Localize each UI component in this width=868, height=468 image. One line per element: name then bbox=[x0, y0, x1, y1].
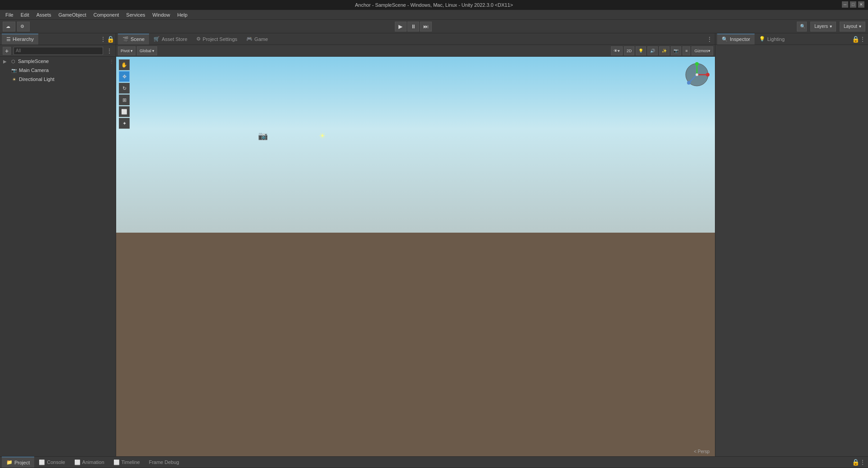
hierarchy-list: ▶ ⬡ SampleScene ⋮ 📷 Main Camera ☀ Direct… bbox=[0, 57, 116, 456]
scene-tools-sidebar: ✋ ✥ ↻ ⊞ ⬜ ✦ bbox=[119, 59, 130, 129]
play-controls: ▶ ⏸ ⏭ bbox=[395, 22, 432, 32]
audio-button[interactable]: 🔊 bbox=[647, 46, 658, 55]
hierarchy-toolbar: + ⋮ bbox=[0, 45, 116, 57]
hand-tool-button[interactable]: ✋ bbox=[119, 59, 130, 70]
tab-timeline[interactable]: ⬜ Timeline bbox=[109, 457, 145, 468]
svg-point-2 bbox=[706, 73, 710, 76]
hierarchy-options-button[interactable]: ⋮ bbox=[106, 47, 113, 54]
light-button[interactable]: 💡 bbox=[636, 46, 646, 55]
hierarchy-add-button[interactable]: + bbox=[3, 47, 11, 55]
scene-gizmo[interactable] bbox=[683, 61, 710, 88]
rect-tool-button[interactable]: ⬜ bbox=[119, 106, 130, 117]
scene-menu-button[interactable]: ⋮ bbox=[706, 36, 713, 43]
camera-icon: 📷 bbox=[11, 67, 17, 73]
tab-inspector[interactable]: 🔍 Inspector bbox=[717, 34, 755, 45]
menu-component[interactable]: Component bbox=[90, 11, 122, 18]
tab-game[interactable]: 🎮 Game bbox=[242, 34, 272, 45]
hierarchy-search-input[interactable] bbox=[14, 47, 103, 55]
bottom-lock-button[interactable]: 🔒 bbox=[852, 459, 859, 466]
menu-file[interactable]: File bbox=[2, 11, 17, 18]
camera-scene-button[interactable]: 📷 bbox=[671, 46, 681, 55]
tab-hierarchy[interactable]: ☰ Hierarchy bbox=[2, 34, 38, 45]
tab-assetstore[interactable]: 🛒 Asset Store bbox=[149, 34, 192, 45]
fx-button[interactable]: ✨ bbox=[659, 46, 669, 55]
scene-toolbar: Pivot▾ Global▾ 👁▾ 2D 💡 🔊 ✨ 📷 ≡ Gizmos▾ bbox=[116, 45, 715, 57]
pause-button[interactable]: ⏸ bbox=[407, 22, 419, 32]
scene-camera-object[interactable]: 📷 bbox=[258, 131, 268, 141]
hierarchy-options-icon: ⋮ bbox=[109, 59, 114, 64]
gizmos-button[interactable]: Gizmos▾ bbox=[692, 46, 713, 55]
right-panel: 🔍 Inspector 💡 Lighting 🔒 ⋮ bbox=[715, 33, 868, 456]
toolbar: ☁ ⚙ ▶ ⏸ ⏭ 🔍 Layers ▾ Layout ▾ bbox=[0, 20, 868, 33]
inspector-lock-button[interactable]: 🔒 bbox=[852, 36, 859, 43]
menu-window[interactable]: Window bbox=[149, 11, 174, 18]
hierarchy-item-samplescene[interactable]: ▶ ⬡ SampleScene ⋮ bbox=[0, 57, 116, 66]
scene-light-object[interactable]: ☀ bbox=[319, 131, 326, 141]
hierarchy-menu-button[interactable]: ⋮ bbox=[99, 36, 107, 43]
play-button[interactable]: ▶ bbox=[395, 22, 407, 32]
layers-layout: 🔍 Layers ▾ Layout ▾ bbox=[797, 22, 865, 32]
inspector-menu-button[interactable]: ⋮ bbox=[859, 36, 866, 43]
layout-dropdown[interactable]: Layout ▾ bbox=[840, 22, 865, 32]
inspector-tab-bar: 🔍 Inspector 💡 Lighting 🔒 ⋮ bbox=[715, 33, 868, 45]
rotate-tool-button[interactable]: ↻ bbox=[119, 83, 130, 94]
menu-services[interactable]: Services bbox=[122, 11, 149, 18]
hierarchy-tab-bar: ☰ Hierarchy ⋮ 🔒 bbox=[0, 33, 116, 45]
scene-tab-bar: 🎬 Scene 🛒 Asset Store ⚙ Project Settings… bbox=[116, 33, 715, 45]
inspector-content bbox=[715, 45, 868, 456]
pivot-button[interactable]: Pivot▾ bbox=[118, 46, 136, 55]
hierarchy-panel: ☰ Hierarchy ⋮ 🔒 + ⋮ ▶ ⬡ SampleScene ⋮ 📷 … bbox=[0, 33, 116, 456]
minimize-button[interactable]: ─ bbox=[842, 1, 848, 8]
scene-object-icon: ⬡ bbox=[10, 58, 16, 64]
bottom-panel: 📁 Project ⬜ Console ⬜ Animation ⬜ Timeli… bbox=[0, 456, 868, 468]
scene-viewport[interactable]: 📷 ☀ ✋ ✥ ↻ ⊞ ⬜ ✦ bbox=[116, 57, 715, 456]
hierarchy-lock-button[interactable]: 🔒 bbox=[107, 36, 114, 43]
hierarchy-item-directionallight[interactable]: ☀ Directional Light bbox=[0, 75, 116, 84]
tab-project[interactable]: 📁 Project bbox=[2, 457, 34, 468]
tab-animation[interactable]: ⬜ Animation bbox=[70, 457, 109, 468]
maximize-button[interactable]: □ bbox=[850, 1, 856, 8]
persp-label: < Persp bbox=[694, 449, 710, 454]
bottom-tab-bar: 📁 Project ⬜ Console ⬜ Animation ⬜ Timeli… bbox=[0, 457, 868, 468]
center-panel: 🎬 Scene 🛒 Asset Store ⚙ Project Settings… bbox=[116, 33, 715, 456]
svg-point-6 bbox=[687, 81, 691, 85]
tab-scene[interactable]: 🎬 Scene bbox=[118, 34, 149, 45]
settings-button[interactable]: ⚙ bbox=[17, 22, 30, 32]
layers-dropdown[interactable]: Layers ▾ bbox=[810, 22, 836, 32]
window-controls: ─ □ ✕ bbox=[842, 1, 864, 8]
tab-projectsettings[interactable]: ⚙ Project Settings bbox=[192, 34, 242, 45]
bottom-menu-button[interactable]: ⋮ bbox=[859, 459, 866, 466]
btn-2d[interactable]: 2D bbox=[624, 46, 635, 55]
close-button[interactable]: ✕ bbox=[858, 1, 864, 8]
hierarchy-item-maincamera[interactable]: 📷 Main Camera bbox=[0, 66, 116, 75]
search-toolbar-button[interactable]: 🔍 bbox=[797, 22, 807, 32]
tab-console[interactable]: ⬜ Console bbox=[34, 457, 69, 468]
scene-ground bbox=[116, 233, 715, 456]
svg-point-7 bbox=[696, 73, 698, 76]
menu-assets[interactable]: Assets bbox=[33, 11, 55, 18]
svg-point-4 bbox=[695, 62, 699, 66]
menu-gameobject[interactable]: GameObject bbox=[55, 11, 90, 18]
title-bar: Anchor - SampleScene - Windows, Mac, Lin… bbox=[0, 0, 868, 10]
transform-tool-button[interactable]: ✦ bbox=[119, 118, 130, 129]
account-button[interactable]: ☁ bbox=[3, 22, 15, 32]
tab-framedebug[interactable]: Frame Debug bbox=[145, 457, 184, 468]
scene-sky bbox=[116, 57, 715, 237]
global-button[interactable]: Global▾ bbox=[137, 46, 157, 55]
step-button[interactable]: ⏭ bbox=[420, 22, 432, 32]
scene-vis-button[interactable]: 👁▾ bbox=[611, 46, 623, 55]
main-layout: ☰ Hierarchy ⋮ 🔒 + ⋮ ▶ ⬡ SampleScene ⋮ 📷 … bbox=[0, 33, 868, 456]
scene-icon: ▶ bbox=[2, 58, 8, 64]
title-text: Anchor - SampleScene - Windows, Mac, Lin… bbox=[4, 2, 864, 8]
menu-edit[interactable]: Edit bbox=[17, 11, 33, 18]
menu-help[interactable]: Help bbox=[174, 11, 191, 18]
scale-tool-button[interactable]: ⊞ bbox=[119, 94, 130, 105]
scene-layer-button[interactable]: ≡ bbox=[683, 46, 690, 55]
light-icon: ☀ bbox=[11, 76, 17, 82]
menu-bar: File Edit Assets GameObject Component Se… bbox=[0, 10, 868, 20]
move-tool-button[interactable]: ✥ bbox=[119, 71, 130, 82]
tab-lighting[interactable]: 💡 Lighting bbox=[755, 34, 789, 45]
